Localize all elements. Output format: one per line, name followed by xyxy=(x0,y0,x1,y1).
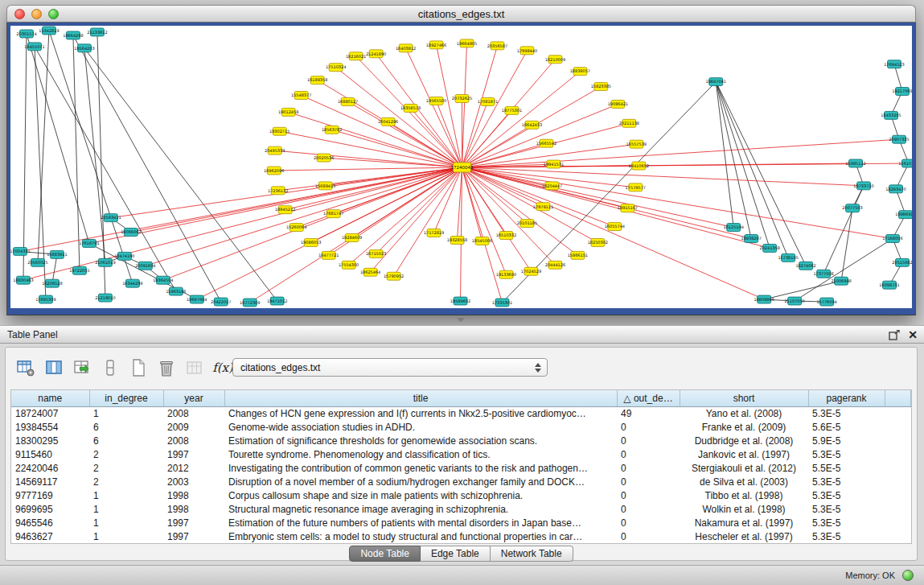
cell[interactable]: 5.9E-5 xyxy=(808,434,885,447)
cell[interactable]: 2 xyxy=(89,475,163,488)
column-header[interactable]: name xyxy=(11,390,89,406)
new-document-button[interactable] xyxy=(128,357,149,378)
cell[interactable]: 1 xyxy=(89,529,163,543)
minimize-window-button[interactable] xyxy=(31,9,42,19)
table-select-dropdown[interactable]: citations_edges.txt xyxy=(232,358,548,377)
cell[interactable]: 49 xyxy=(617,406,680,420)
cell[interactable]: Changes of HCN gene expression and I(f) … xyxy=(224,406,617,420)
cell[interactable]: Hescheler et al. (1997) xyxy=(680,529,808,543)
cell[interactable]: 22420046 xyxy=(11,461,89,475)
cell[interactable]: 1 xyxy=(89,406,163,420)
function-builder-button[interactable]: f(x) xyxy=(212,357,233,378)
cell[interactable]: 9777169 xyxy=(11,488,89,502)
close-window-button[interactable] xyxy=(14,9,25,19)
cell[interactable]: Estimation of significance thresholds fo… xyxy=(224,434,617,447)
splitter-collapse-handle[interactable] xyxy=(457,318,465,322)
row-cells-button[interactable] xyxy=(100,357,121,378)
close-panel-icon[interactable]: ✕ xyxy=(908,328,918,341)
cell[interactable]: Genome-wide association studies in ADHD. xyxy=(224,420,617,434)
window-titlebar[interactable]: citations_edges.txt xyxy=(6,5,916,23)
tab-node-table[interactable]: Node Table xyxy=(349,546,421,562)
column-header[interactable]: title xyxy=(224,390,617,406)
cell[interactable]: 2 xyxy=(89,447,163,461)
cell[interactable]: 6 xyxy=(89,420,163,434)
cell[interactable]: 2012 xyxy=(163,461,224,475)
table-row[interactable]: 1456911722003Disruption of a novel membe… xyxy=(11,475,911,488)
cell[interactable]: Stergiakouli et al. (2012) xyxy=(680,461,808,475)
table-row[interactable]: 1872400712008Changes of HCN gene express… xyxy=(11,406,911,420)
cell[interactable]: 1998 xyxy=(163,488,224,502)
cell[interactable]: Tibbo et al. (1998) xyxy=(680,488,808,502)
edit-columns-button[interactable] xyxy=(72,357,92,378)
tab-edge-table[interactable]: Edge Table xyxy=(421,546,491,562)
import-table-button[interactable] xyxy=(184,357,205,378)
float-panel-icon[interactable] xyxy=(889,330,900,340)
cell[interactable]: 0 xyxy=(617,488,680,502)
cell[interactable]: 5.3E-5 xyxy=(808,475,885,488)
cell[interactable]: Jankovic et al. (1997) xyxy=(680,447,808,461)
column-header[interactable]: short xyxy=(680,390,808,406)
cell[interactable]: 1997 xyxy=(163,516,224,529)
column-header[interactable]: year xyxy=(163,390,224,406)
cell[interactable]: 2008 xyxy=(163,406,224,420)
cell[interactable]: 9465546 xyxy=(11,516,89,529)
cell[interactable]: de Silva et al. (2003) xyxy=(680,475,808,488)
cell[interactable]: 18724007 xyxy=(11,406,89,420)
cell[interactable]: Disruption of a novel member of a sodium… xyxy=(224,475,617,488)
cell[interactable]: Investigating the contribution of common… xyxy=(224,461,617,475)
cell[interactable]: Franke et al. (2009) xyxy=(680,420,808,434)
cell[interactable]: 1998 xyxy=(163,502,224,516)
table-row[interactable]: 977716911998Corpus callosum shape and si… xyxy=(11,488,911,502)
cell[interactable]: Structural magnetic resonance image aver… xyxy=(224,502,617,516)
cell[interactable]: 0 xyxy=(617,420,680,434)
cell[interactable]: 18300295 xyxy=(11,434,89,447)
cell[interactable]: 5.3E-5 xyxy=(808,502,885,516)
cell[interactable]: 0 xyxy=(617,447,680,461)
cell[interactable]: 1 xyxy=(89,516,163,529)
cell[interactable]: 0 xyxy=(617,516,680,529)
cell[interactable]: 2009 xyxy=(163,420,224,434)
table-row[interactable]: 1830029562008Estimation of significance … xyxy=(11,434,911,447)
cell[interactable]: Tourette syndrome. Phenomenology and cla… xyxy=(224,447,617,461)
cell[interactable]: 5.3E-5 xyxy=(808,529,885,543)
table-row[interactable]: 946554611997Estimation of the future num… xyxy=(11,516,911,529)
cell[interactable]: 5.6E-5 xyxy=(808,420,885,434)
column-header[interactable]: in_degree xyxy=(89,390,163,406)
cell[interactable]: Nakamura et al. (1997) xyxy=(680,516,808,529)
cell[interactable]: 0 xyxy=(617,434,680,447)
cell[interactable]: Yano et al. (2008) xyxy=(680,406,808,420)
cell[interactable]: 9699695 xyxy=(11,502,89,516)
cell[interactable]: 19384554 xyxy=(11,420,89,434)
table-row[interactable]: 2242004622012Investigating the contribut… xyxy=(11,461,911,475)
cell[interactable]: 2003 xyxy=(163,475,224,488)
cell[interactable]: 1997 xyxy=(163,447,224,461)
show-columns-button[interactable] xyxy=(43,357,64,378)
cell[interactable]: 0 xyxy=(617,461,680,475)
cell[interactable]: 5.3E-5 xyxy=(808,488,885,502)
table-mode-button[interactable] xyxy=(15,357,36,378)
cell[interactable]: 6 xyxy=(89,434,163,447)
cell[interactable]: 0 xyxy=(617,475,680,488)
cell[interactable]: Dudbridge et al. (2008) xyxy=(680,434,808,447)
memory-status-indicator[interactable] xyxy=(902,570,914,581)
cell[interactable]: 0 xyxy=(617,502,680,516)
tab-network-table[interactable]: Network Table xyxy=(491,546,573,562)
table-row[interactable]: 946362711997Embryonic stem cells: a mode… xyxy=(11,529,911,543)
cell[interactable]: 9115460 xyxy=(11,447,89,461)
zoom-window-button[interactable] xyxy=(48,9,59,19)
cell[interactable]: 5.3E-5 xyxy=(808,516,885,529)
network-canvas[interactable]: 2030157415342819186642982113381216455071… xyxy=(10,26,912,308)
column-header[interactable]: △ out_de… xyxy=(617,390,680,406)
table-row[interactable]: 969969511998Structural magnetic resonanc… xyxy=(11,502,911,516)
cell[interactable]: 5.3E-5 xyxy=(808,406,885,420)
cell[interactable]: 1 xyxy=(89,488,163,502)
cell[interactable]: Estimation of the future numbers of pati… xyxy=(224,516,617,529)
cell[interactable]: Embryonic stem cells: a model to study s… xyxy=(224,529,617,543)
cell[interactable]: Wolkin et al. (1998) xyxy=(680,502,808,516)
cell[interactable]: 5.3E-5 xyxy=(808,447,885,461)
column-header[interactable]: pagerank xyxy=(808,390,885,406)
cell[interactable]: 14569117 xyxy=(11,475,89,488)
table-row[interactable]: 1938455462009Genome-wide association stu… xyxy=(11,420,911,434)
cell[interactable]: 1997 xyxy=(163,529,224,543)
cell[interactable]: 2008 xyxy=(163,434,224,447)
